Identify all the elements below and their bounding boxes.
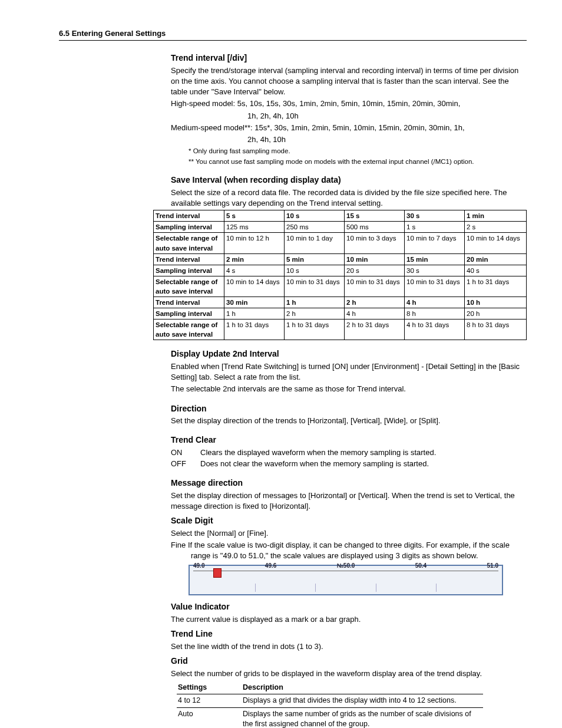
cell: Selectable range of auto save interval	[154, 276, 224, 297]
cell: 2 h	[285, 308, 345, 319]
cell: 1 h to 31 days	[224, 319, 285, 340]
cell: 250 ms	[285, 222, 345, 233]
cell: Sampling interval	[154, 308, 224, 319]
cell: 10 min to 7 days	[405, 233, 465, 253]
cell: 30 s	[405, 265, 465, 276]
cell: 2 s	[465, 222, 527, 233]
cell: 500 ms	[345, 222, 405, 233]
text: Select the number of grids to be display…	[171, 668, 527, 679]
footnote: * Only during fast sampling mode.	[189, 146, 527, 156]
heading-direction: Direction	[171, 403, 527, 415]
page-content: Trend interval [/div] Specify the trend/…	[171, 52, 527, 728]
cell: 10 min to 1 day	[285, 233, 345, 253]
text: Set the line width of the trend in dots …	[171, 641, 527, 652]
cell: 4 h to 31 days	[405, 319, 465, 340]
cell: 4 h	[405, 297, 465, 308]
cell: 10 min to 31 days	[285, 276, 345, 297]
label: ON	[171, 447, 200, 458]
cell: 5 s	[224, 210, 285, 222]
cell: Trend interval	[154, 297, 224, 308]
text: The current value is displayed as a mark…	[171, 614, 527, 625]
heading-scale-digit: Scale Digit	[171, 515, 527, 527]
cell: 1 h to 31 days	[465, 276, 527, 297]
cell: Displays the same number of grids as the…	[242, 707, 483, 728]
text: Enabled when [Trend Rate Switching] is t…	[171, 361, 527, 383]
save-interval-table: Trend interval5 s10 s15 s30 s1 minSampli…	[153, 210, 527, 340]
label: OFF	[171, 459, 200, 469]
text: Medium-speed model**: 15s*, 30s, 1min, 2…	[171, 123, 527, 133]
cell: Selectable range of auto save interval	[154, 233, 224, 253]
text: Fine If the scale value is two-digit dis…	[171, 540, 527, 561]
cell: 20 s	[345, 265, 405, 276]
text: High-speed model: 5s, 10s, 15s, 30s, 1mi…	[171, 98, 527, 109]
cell: 1 h	[285, 297, 345, 308]
cell: 1 s	[405, 222, 465, 233]
cell: 2 h	[345, 297, 405, 308]
scale-tick-label: 49.6	[265, 562, 276, 572]
text: The selectable 2nd intervals are the sam…	[171, 384, 527, 394]
text: Does not clear the waveform when the mem…	[200, 459, 527, 469]
footnote: ** You cannot use fast sampling mode on …	[189, 157, 527, 166]
text: Specify the trend/storage interval (samp…	[171, 65, 527, 98]
cell: 10 min to 14 days	[224, 276, 285, 297]
cell: 40 s	[465, 265, 527, 276]
text: 1h, 2h, 4h, 10h	[247, 111, 527, 121]
cell: 1 h	[224, 308, 285, 319]
cell: 10 min to 12 h	[224, 233, 285, 253]
cell: 4 to 12	[177, 694, 242, 708]
heading-message-direction: Message direction	[171, 477, 527, 489]
heading-save-interval: Save Interval (when recording display da…	[171, 174, 527, 186]
cell: Trend interval	[154, 210, 224, 222]
trend-clear-off: OFF Does not clear the waveform when the…	[171, 459, 527, 469]
col-header: Description	[242, 681, 483, 694]
cell: 1 h to 31 days	[285, 319, 345, 340]
cell: 2 min	[224, 253, 285, 265]
cell: 30 min	[224, 297, 285, 308]
cell: Trend interval	[154, 253, 224, 265]
cell: 10 min	[345, 253, 405, 265]
cell: 10 h	[465, 297, 527, 308]
scale-tick-label: 49.0	[193, 562, 204, 572]
text: 2h, 4h, 10h	[247, 134, 527, 145]
heading-display-update: Display Update 2nd Interval	[171, 348, 527, 360]
cell: 4 h	[345, 308, 405, 319]
trend-clear-on: ON Clears the displayed waveform when th…	[171, 447, 527, 458]
cell: Sampling interval	[154, 222, 224, 233]
text: Select the size of a record data file. T…	[171, 187, 527, 209]
scale-tick-label: 51.0	[487, 562, 498, 572]
cell: 125 ms	[224, 222, 285, 233]
scale-tick-label: 50.4	[415, 562, 427, 572]
cell: 20 h	[465, 308, 527, 319]
heading-value-indicator: Value Indicator	[171, 601, 527, 613]
text: Clears the displayed waveform when the m…	[200, 447, 527, 458]
cell: Auto	[177, 707, 242, 728]
grid-settings-table: Settings Description 4 to 12 Displays a …	[177, 681, 483, 728]
scale-tick-label: №50.0	[337, 562, 355, 572]
heading-trend-line: Trend Line	[171, 628, 527, 640]
text: Select the [Normal] or [Fine].	[171, 528, 527, 539]
cell: 10 min to 31 days	[405, 276, 465, 297]
text: Set the display direction of the trends …	[171, 416, 527, 426]
heading-trend-clear: Trend Clear	[171, 434, 527, 446]
cell: 10 min to 3 days	[345, 233, 405, 253]
heading-trend-interval: Trend interval [/div]	[171, 52, 527, 64]
heading-grid: Grid	[171, 655, 527, 667]
col-header: Settings	[177, 681, 242, 694]
scale-example-figure: 49.049.6№50.050.451.0	[189, 565, 503, 595]
cell: 8 h	[405, 308, 465, 319]
cell: 15 s	[345, 210, 405, 222]
text: Set the display direction of messages to…	[171, 490, 527, 512]
cell: Displays a grid that divides the display…	[242, 694, 483, 708]
cell: 2 h to 31 days	[345, 319, 405, 340]
cell: 10 min to 31 days	[345, 276, 405, 297]
cell: 10 min to 14 days	[465, 233, 527, 253]
cell: 15 min	[405, 253, 465, 265]
cell: 10 s	[285, 210, 345, 222]
cell: Selectable range of auto save interval	[154, 319, 224, 340]
cell: 10 s	[285, 265, 345, 276]
section-header: 6.5 Entering General Settings	[59, 28, 527, 41]
cell: 20 min	[465, 253, 527, 265]
cell: Sampling interval	[154, 265, 224, 276]
cell: 4 s	[224, 265, 285, 276]
scale-marker-icon	[213, 568, 222, 578]
